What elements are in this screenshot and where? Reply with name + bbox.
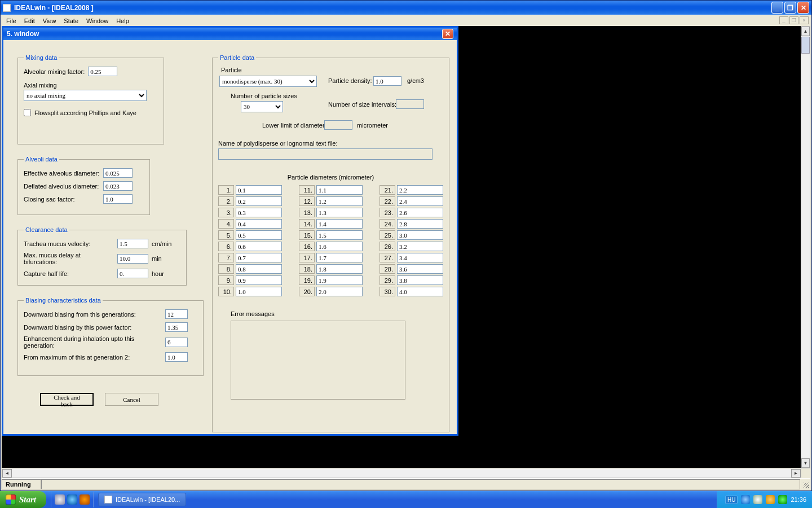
diameter-index: 15. <box>299 230 315 240</box>
diameter-input[interactable] <box>316 253 363 262</box>
flowsplit-checkbox[interactable] <box>24 109 31 116</box>
trachea-input[interactable] <box>117 239 148 248</box>
diameter-input[interactable] <box>397 219 443 229</box>
diameter-input[interactable] <box>316 242 363 251</box>
mdi-restore-button[interactable]: ❐ <box>789 16 798 24</box>
cancel-button[interactable]: Cancel <box>105 393 158 406</box>
mdi-minimize-button[interactable]: _ <box>779 16 788 24</box>
diameter-input[interactable] <box>397 242 443 251</box>
tray-icon-2[interactable] <box>753 495 762 504</box>
diameter-input[interactable] <box>397 275 443 285</box>
diameter-row: 20. <box>299 287 363 296</box>
down-pow-input[interactable] <box>165 322 188 332</box>
axial-mixing-select[interactable]: no axial mixing <box>24 90 147 101</box>
maximize-button[interactable]: ❐ <box>784 2 796 14</box>
diameter-input[interactable] <box>397 185 443 195</box>
def-alv-input[interactable] <box>103 181 133 191</box>
diameter-input[interactable] <box>316 219 363 229</box>
lowlim-unit: micrometer <box>357 122 388 129</box>
nsizes-select[interactable]: 30 <box>241 101 283 112</box>
scroll-left-icon[interactable]: ◄ <box>2 469 12 478</box>
taskbar-app-button[interactable]: IDEALwin - [IDEAL20... <box>98 493 186 506</box>
scroll-up-icon[interactable]: ▲ <box>801 27 810 36</box>
diameter-input[interactable] <box>316 185 363 195</box>
diameter-input[interactable] <box>397 253 443 262</box>
close-button[interactable]: ✕ <box>797 2 809 14</box>
density-input[interactable] <box>373 76 401 86</box>
diameter-input[interactable] <box>316 287 363 296</box>
diameter-input[interactable] <box>236 230 282 240</box>
scroll-thumb[interactable] <box>801 37 810 54</box>
start-label: Start <box>19 495 36 505</box>
diameter-row: 3. <box>218 208 282 217</box>
diameter-index: 8. <box>218 264 234 274</box>
capture-input[interactable] <box>117 269 148 278</box>
diameter-row: 27. <box>379 253 443 262</box>
diameter-input[interactable] <box>236 275 282 285</box>
scroll-right-icon[interactable]: ► <box>791 469 801 478</box>
diameter-input[interactable] <box>236 219 282 229</box>
max2-input[interactable] <box>165 352 188 362</box>
resize-grip-icon[interactable] <box>800 479 810 489</box>
diameter-input[interactable] <box>316 230 363 240</box>
diameter-input[interactable] <box>236 253 282 262</box>
diameter-index: 6. <box>218 242 234 251</box>
menu-state[interactable]: State <box>64 17 78 24</box>
child-close-button[interactable]: ✕ <box>442 29 453 39</box>
tray-icon-3[interactable] <box>766 495 775 504</box>
diameter-input[interactable] <box>316 275 363 285</box>
down-gen-input[interactable] <box>165 309 188 319</box>
diameter-input[interactable] <box>397 196 443 206</box>
diameter-row: 7. <box>218 253 282 262</box>
def-alv-label: Deflated alveolus diameter: <box>24 183 100 190</box>
tray-icon-1[interactable] <box>741 495 750 504</box>
show-desktop-icon[interactable] <box>55 494 65 505</box>
child-titlebar[interactable]: 5. window ✕ <box>3 28 457 40</box>
diameter-input[interactable] <box>397 264 443 274</box>
diameter-index: 5. <box>218 230 234 240</box>
horizontal-scrollbar[interactable]: ◄ ► <box>2 468 801 478</box>
diameter-input[interactable] <box>236 287 282 296</box>
language-indicator[interactable]: HU <box>725 496 738 504</box>
diameter-index: 9. <box>218 275 234 285</box>
child-title: 5. window <box>7 30 39 38</box>
diameter-input[interactable] <box>397 287 443 296</box>
diameter-input[interactable] <box>236 208 282 217</box>
diameter-input[interactable] <box>397 230 443 240</box>
diameter-row: 24. <box>379 219 443 229</box>
vertical-scrollbar[interactable]: ▲ ▼ <box>801 26 810 468</box>
diameter-input[interactable] <box>236 185 282 195</box>
main-titlebar[interactable]: IDEALwin - [IDEAL2008 ] _ ❐ ✕ <box>1 1 811 15</box>
mixing-legend: Mixing data <box>24 54 59 61</box>
clock[interactable]: 21:36 <box>791 496 806 503</box>
quick-launch <box>51 492 94 507</box>
diameter-input[interactable] <box>236 242 282 251</box>
diameter-input[interactable] <box>316 196 363 206</box>
diameter-input[interactable] <box>236 196 282 206</box>
eff-alv-input[interactable] <box>103 168 133 178</box>
particle-select[interactable]: monodisperse (max. 30) <box>219 76 317 87</box>
mdi-close-button[interactable]: × <box>800 16 809 24</box>
menu-file[interactable]: File <box>6 17 16 24</box>
maxmucus-input[interactable] <box>117 254 148 264</box>
diameter-input[interactable] <box>397 208 443 217</box>
firefox-icon[interactable] <box>80 494 90 505</box>
check-and-back-button[interactable]: Check and back <box>40 393 94 406</box>
menu-window[interactable]: Window <box>86 17 108 24</box>
ie-icon[interactable] <box>67 494 77 505</box>
scroll-down-icon[interactable]: ▼ <box>801 458 810 468</box>
menu-help[interactable]: Help <box>116 17 129 24</box>
start-button[interactable]: Start <box>0 491 46 508</box>
closing-sac-input[interactable] <box>103 194 133 204</box>
diameter-input[interactable] <box>316 208 363 217</box>
minimize-button[interactable]: _ <box>771 2 783 14</box>
diameter-input[interactable] <box>236 264 282 274</box>
enh-input[interactable] <box>165 338 188 347</box>
menu-view[interactable]: View <box>43 17 56 24</box>
diameter-row: 11. <box>299 185 363 195</box>
diameter-input[interactable] <box>316 264 363 274</box>
alveolar-mixing-input[interactable] <box>88 67 117 76</box>
diameter-index: 4. <box>218 219 234 229</box>
tray-icon-4[interactable] <box>778 495 787 504</box>
menu-edit[interactable]: Edit <box>24 17 35 24</box>
